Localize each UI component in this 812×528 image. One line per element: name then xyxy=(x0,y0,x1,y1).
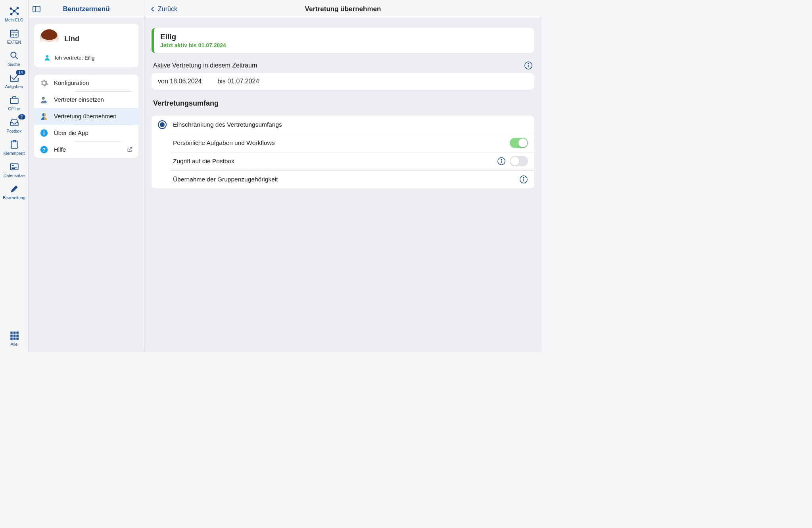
rail-label: Offline xyxy=(8,106,20,111)
svg-rect-31 xyxy=(16,337,18,339)
rail-item-mein-elo[interactable]: Mein ELO xyxy=(0,2,29,25)
menu-item-take-rep[interactable]: Vertretung übernehmen xyxy=(34,108,138,125)
sidebar-toggle-icon[interactable] xyxy=(32,4,41,14)
svg-line-6 xyxy=(15,12,17,13)
banner-subtitle: Jetzt aktiv bis 01.07.2024 xyxy=(160,42,528,48)
form-icon xyxy=(9,161,20,172)
scope-radio-label: Einschränkung des Vertretungsumfangs xyxy=(173,121,528,128)
svg-point-43 xyxy=(528,64,529,64)
user-split-icon xyxy=(40,112,48,121)
rail-label: Alle xyxy=(11,342,18,347)
svg-text:ELO: ELO xyxy=(11,34,17,37)
user-rep-row: Ich vertrete: Eilig xyxy=(40,54,133,61)
chevron-left-icon xyxy=(149,6,156,13)
scope-row-label: Übernahme der Gruppenzugehörigkeit xyxy=(173,176,519,183)
user-menu-panel: Benutzermenü Lind Ich vertrete: Eilig xyxy=(29,0,144,352)
svg-rect-16 xyxy=(10,98,18,104)
clipboard-icon xyxy=(9,139,20,150)
back-label: Zurück xyxy=(158,6,177,13)
rail-item-postbox[interactable]: 2 Postbox xyxy=(0,114,29,136)
svg-rect-32 xyxy=(33,6,40,12)
radio-selected-icon xyxy=(158,120,167,129)
network-icon xyxy=(9,6,20,17)
rail-item-exten[interactable]: ELO EXTEN xyxy=(0,25,29,47)
banner-title: Eilig xyxy=(160,33,528,41)
scope-card: Einschränkung des Vertretungsumfangs Per… xyxy=(152,116,534,189)
scope-row-label: Persönliche Aufgaben und Workflows xyxy=(173,139,506,146)
svg-line-15 xyxy=(15,57,17,59)
menu-item-config[interactable]: Konfiguration xyxy=(34,75,138,91)
back-button[interactable]: Zurück xyxy=(149,6,177,13)
rail-label: Klemmbrett xyxy=(4,151,25,156)
svg-point-3 xyxy=(17,7,18,9)
rail-item-suche[interactable]: Suche xyxy=(0,47,29,69)
period-card: von 18.06.2024 bis 01.07.2024 xyxy=(152,73,534,90)
rail-item-alle[interactable]: Alle xyxy=(0,327,29,352)
rail-label: Suche xyxy=(8,62,20,67)
external-link-icon xyxy=(127,146,133,153)
detail-title: Vertretung übernehmen xyxy=(144,5,541,13)
svg-point-35 xyxy=(42,97,45,100)
svg-point-1 xyxy=(10,8,12,10)
switch-tasks[interactable] xyxy=(510,138,528,148)
svg-rect-28 xyxy=(16,335,18,337)
svg-rect-25 xyxy=(16,331,18,333)
switch-postbox[interactable] xyxy=(510,156,528,166)
user-menu-header: Benutzermenü xyxy=(29,0,144,18)
menu-item-about[interactable]: Über die App xyxy=(34,125,138,141)
svg-point-34 xyxy=(46,55,48,58)
detail-panel: Zurück Vertretung übernehmen Eilig Jetzt… xyxy=(144,0,541,352)
menu-label: Konfiguration xyxy=(54,75,133,91)
menu-label: Vertretung übernehmen xyxy=(54,108,133,125)
scope-row-tasks: Persönliche Aufgaben und Workflows xyxy=(152,134,534,152)
menu-label: Vertreter einsetzen xyxy=(54,91,133,108)
menu-item-help[interactable]: ? Hilfe xyxy=(34,141,138,158)
period-heading: Aktive Vertretung in diesem Zeitraum xyxy=(153,62,257,69)
rail-item-offline[interactable]: Offline xyxy=(0,91,29,114)
rail-label: Datensätze xyxy=(4,173,25,178)
inbox-icon xyxy=(9,117,20,128)
info-icon xyxy=(40,129,48,137)
info-icon[interactable] xyxy=(524,61,533,70)
postbox-badge: 2 xyxy=(18,114,25,119)
info-icon[interactable] xyxy=(497,157,506,166)
menu-label: Hilfe xyxy=(54,141,121,158)
svg-point-14 xyxy=(11,52,16,57)
menu-card: Konfiguration Vertreter einsetzen Vertre… xyxy=(34,75,138,158)
briefcase-icon xyxy=(9,94,20,106)
rail-label: Aufgaben xyxy=(5,84,23,89)
left-rail: Mein ELO ELO EXTEN Suche 14 xyxy=(0,0,29,352)
svg-rect-19 xyxy=(10,164,18,170)
period-from: von 18.06.2024 xyxy=(158,78,202,85)
menu-item-set-rep[interactable]: Vertreter einsetzen xyxy=(34,91,138,108)
scope-row-label: Zugriff auf die Postbox xyxy=(173,158,497,165)
rail-label: EXTEN xyxy=(7,40,21,44)
svg-point-49 xyxy=(523,177,524,178)
menu-label: Über die App xyxy=(54,125,133,141)
active-rep-banner: Eilig Jetzt aktiv bis 01.07.2024 xyxy=(152,28,534,53)
svg-rect-27 xyxy=(13,335,15,337)
rail-item-aufgaben[interactable]: 14 Aufgaben xyxy=(0,69,29,91)
user-wrench-icon xyxy=(40,95,48,104)
aufgaben-badge: 14 xyxy=(16,70,25,75)
svg-rect-24 xyxy=(13,331,15,333)
scope-row-groups: Übernahme der Gruppenzugehörigkeit xyxy=(152,170,534,189)
user-rep-icon xyxy=(44,54,51,61)
svg-rect-37 xyxy=(44,132,44,135)
help-icon: ? xyxy=(40,145,48,154)
svg-rect-23 xyxy=(10,331,12,333)
search-icon xyxy=(9,50,20,61)
rail-item-datensaetze[interactable]: Datensätze xyxy=(0,158,29,180)
info-icon[interactable] xyxy=(519,175,528,184)
svg-point-38 xyxy=(44,131,45,132)
scope-radio-row[interactable]: Einschränkung des Vertretungsumfangs xyxy=(152,116,534,134)
period-to: bis 01.07.2024 xyxy=(217,78,259,85)
user-menu-title: Benutzermenü xyxy=(43,5,130,13)
rail-item-klemmbrett[interactable]: Klemmbrett xyxy=(0,136,29,158)
period-section: Aktive Vertretung in diesem Zeitraum von… xyxy=(152,61,534,90)
rail-item-bearbeitung[interactable]: Bearbeitung xyxy=(0,180,29,202)
gear-icon xyxy=(40,79,48,87)
svg-text:?: ? xyxy=(42,147,46,153)
svg-rect-26 xyxy=(10,335,12,337)
svg-line-4 xyxy=(15,9,17,11)
